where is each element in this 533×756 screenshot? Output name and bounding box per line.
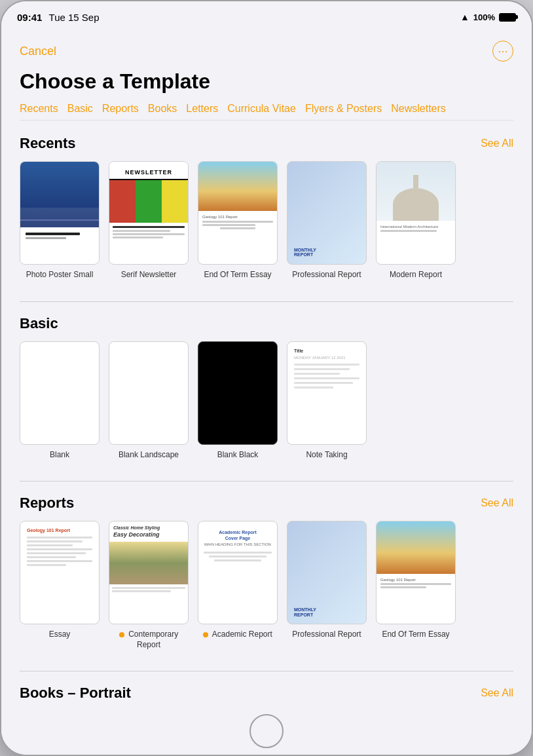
thumb-professional-report: MONTHLYREPORT (287, 161, 367, 265)
thumb-academic: Academic ReportCover PageMAIN HEADING FO… (198, 521, 278, 624)
recents-see-all[interactable]: See All (481, 138, 513, 149)
books-description: Content can reflow to accommodate differ… (20, 703, 513, 705)
thumb-end-term2: Geology 101 Report (376, 521, 456, 624)
label-professional-report: Professional Report (292, 270, 361, 280)
template-blank-black[interactable]: Blank Black (198, 341, 278, 461)
category-tabs: Recents Basic Reports Books Letters Curr… (20, 103, 513, 121)
thumb-blank-black (198, 341, 278, 445)
template-blank-landscape[interactable]: Blank Landscape (109, 341, 189, 461)
tab-basic[interactable]: Basic (67, 103, 102, 115)
label-photo-poster: Photo Poster Small (26, 270, 94, 280)
books-title: Books – Portrait (20, 685, 131, 702)
time-text: 09:41 (17, 12, 42, 23)
more-button[interactable]: ··· (492, 41, 513, 62)
template-contemporary[interactable]: Classic Home StylingEasy Decorating Cont… (109, 521, 189, 650)
label-end-of-term: End Of Term Essay (204, 270, 271, 280)
recents-section-header: Recents See All (20, 135, 513, 152)
tab-letters[interactable]: Letters (186, 103, 227, 115)
thumb-photo-poster (20, 161, 100, 265)
label-academic: Academic Report (203, 630, 272, 640)
template-end-term2[interactable]: Geology 101 Report End Of Term Essay (376, 521, 456, 650)
thumb-blank-landscape (109, 341, 189, 445)
label-note-taking: Note Taking (306, 450, 347, 461)
bottom-bar (1, 705, 532, 756)
label-contemporary: Contemporary Report (109, 630, 189, 650)
page-title: Choose a Template (20, 69, 513, 94)
dot-contemporary (119, 632, 124, 637)
reports-template-row: Geology 101 Report Essay Classic Home St… (20, 521, 513, 655)
status-right: ▲ 100% (460, 12, 516, 22)
thumb-note-taking: Title MONDAY JANUARY 12 2021 (287, 341, 367, 445)
wifi-icon: ▲ (460, 12, 469, 22)
thumb-prof-report2: MONTHLYREPORT (287, 521, 367, 624)
status-bar: 09:41 Tue 15 Sep ▲ 100% (1, 1, 532, 33)
template-photo-poster[interactable]: Photo Poster Small (20, 161, 100, 280)
template-professional-report[interactable]: MONTHLYREPORT Professional Report (287, 161, 367, 280)
ipad-device: 09:41 Tue 15 Sep ▲ 100% Cancel ··· Choos… (0, 0, 533, 756)
more-dots-icon: ··· (498, 45, 507, 58)
reports-see-all[interactable]: See All (481, 497, 513, 509)
template-prof-report2[interactable]: MONTHLYREPORT Professional Report (287, 521, 367, 650)
label-essay: Essay (49, 630, 71, 640)
tab-cv[interactable]: Curricula Vitae (227, 103, 305, 115)
label-serif-newsletter: Serif Newsletter (121, 270, 177, 280)
books-section-header: Books – Portrait See All (20, 685, 513, 702)
recents-divider (20, 301, 513, 302)
tab-flyers[interactable]: Flyers & Posters (305, 103, 391, 115)
tab-newsletters[interactable]: Newsletters (391, 103, 455, 115)
thumb-contemporary: Classic Home StylingEasy Decorating (109, 521, 189, 624)
basic-divider (20, 481, 513, 482)
template-serif-newsletter[interactable]: NEWSLETTER Serif Newsletter (109, 161, 189, 280)
thumb-serif-newsletter: NEWSLETTER (109, 161, 189, 265)
reports-section-header: Reports See All (20, 495, 513, 512)
basic-title: Basic (20, 315, 58, 332)
contemporary-label-text: Contemporary Report (128, 630, 178, 649)
tab-reports[interactable]: Reports (102, 103, 148, 115)
template-blank[interactable]: Blank (20, 341, 100, 461)
reports-divider (20, 671, 513, 671)
tab-recents[interactable]: Recents (20, 103, 67, 115)
recents-title: Recents (20, 135, 76, 152)
thumb-modern-report: International Modern Architecture (376, 161, 456, 265)
tab-books[interactable]: Books (148, 103, 186, 115)
template-modern-report[interactable]: International Modern Architecture Modern… (376, 161, 456, 280)
template-note-taking[interactable]: Title MONDAY JANUARY 12 2021 Note Taking (287, 341, 367, 461)
basic-section-header: Basic (20, 315, 513, 332)
recents-template-row: Photo Poster Small NEWSLETTER (20, 161, 513, 286)
battery-text: 100% (473, 12, 495, 22)
thumb-end-of-term: Geology 101 Report (198, 161, 278, 265)
reports-title: Reports (20, 495, 74, 512)
label-end-term2: End Of Term Essay (382, 630, 449, 640)
label-prof-report2: Professional Report (292, 630, 361, 640)
home-button[interactable] (249, 714, 284, 748)
main-content: Cancel ··· Choose a Template Recents Bas… (1, 33, 532, 705)
label-modern-report: Modern Report (390, 270, 442, 280)
date-text: Tue 15 Sep (49, 12, 100, 23)
academic-label-text: Academic Report (212, 630, 272, 639)
battery-icon (499, 13, 516, 22)
label-blank-black: Blank Black (217, 450, 259, 461)
basic-template-row: Blank Blank Landscape Blank Black Title … (20, 341, 513, 466)
dot-academic (203, 632, 208, 637)
books-see-all[interactable]: See All (481, 687, 513, 699)
label-blank-landscape: Blank Landscape (119, 450, 179, 461)
cancel-button[interactable]: Cancel (20, 45, 56, 58)
label-blank: Blank (50, 450, 69, 461)
template-academic[interactable]: Academic ReportCover PageMAIN HEADING FO… (198, 521, 278, 650)
template-end-of-term[interactable]: Geology 101 Report End Of Term Essay (198, 161, 278, 280)
template-essay[interactable]: Geology 101 Report Essay (20, 521, 100, 650)
header-row: Cancel ··· (20, 33, 513, 67)
status-time: 09:41 Tue 15 Sep (17, 12, 100, 23)
thumb-essay: Geology 101 Report (20, 521, 100, 624)
thumb-blank (20, 341, 100, 445)
